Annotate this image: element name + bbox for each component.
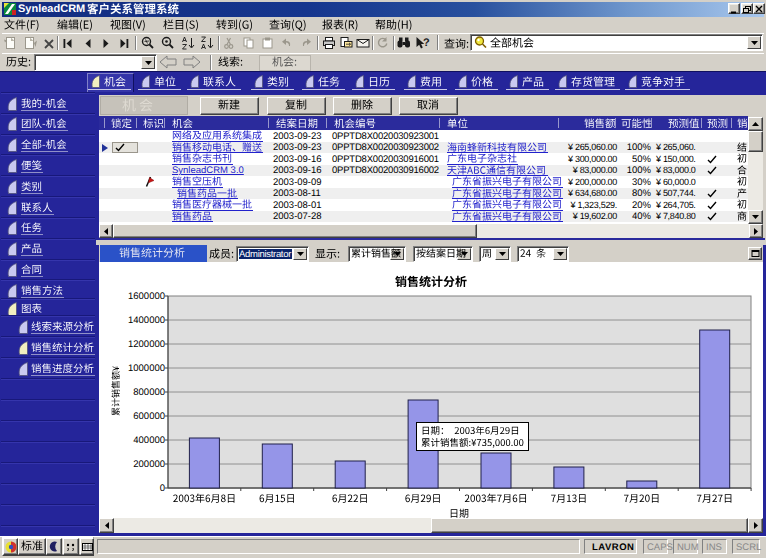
svg-text:1600000: 1600000 xyxy=(128,291,165,302)
svg-text:1000000: 1000000 xyxy=(128,363,165,374)
svg-text:600000: 600000 xyxy=(133,411,165,422)
svg-text:800000: 800000 xyxy=(133,387,165,398)
svg-text:400000: 400000 xyxy=(133,435,165,446)
svg-text:1400000: 1400000 xyxy=(128,315,165,326)
svg-text:1200000: 1200000 xyxy=(128,339,165,350)
svg-text:0: 0 xyxy=(160,483,165,494)
svg-text:?: ? xyxy=(423,37,430,49)
svg-text:200000: 200000 xyxy=(133,459,165,470)
